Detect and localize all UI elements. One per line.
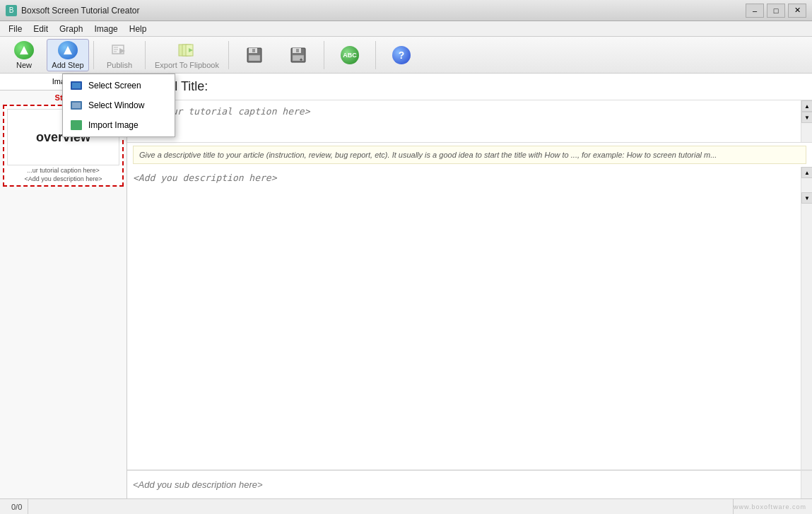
window-icon <box>70 99 83 112</box>
sub-desc-input[interactable] <box>127 471 801 498</box>
new-icon <box>14 41 34 59</box>
menu-bar: File Edit Graph Image Help <box>0 21 812 37</box>
editor-panel: Tutorial Title: ▲ ▼ Give a descriptive t… <box>127 74 812 498</box>
status-bar: 0/0 www.boxoftware.com <box>0 498 812 514</box>
svg-rect-17 <box>296 49 299 52</box>
caption-scrollbar[interactable]: ▲ ▼ <box>801 100 812 142</box>
menu-edit[interactable]: Edit <box>28 23 54 35</box>
toolbar-separator-2 <box>145 41 146 69</box>
toolbar-separator-4 <box>324 41 324 69</box>
import-image-label: Import Image <box>88 120 139 130</box>
app-title: Boxsoft Screen Tutorial Creator <box>21 6 746 16</box>
status-position: 0/0 <box>6 499 28 514</box>
step-desc: <Add you description here> <box>7 175 119 182</box>
desc-scroll-up[interactable]: ▲ <box>801 167 812 178</box>
toolbar-separator-3 <box>228 41 229 69</box>
sub-desc-scrollbar[interactable] <box>801 471 812 498</box>
menu-graph[interactable]: Graph <box>54 23 88 35</box>
scroll-down-btn[interactable]: ▼ <box>801 112 812 123</box>
spell-check-button[interactable]: ABC <box>329 39 371 71</box>
publish-label: Publish <box>107 61 132 69</box>
save-icon <box>245 45 264 65</box>
window-controls: – □ ✕ <box>746 4 806 18</box>
close-button[interactable]: ✕ <box>788 4 806 18</box>
scroll-up-btn[interactable]: ▲ <box>801 100 812 112</box>
spell-check-icon: ABC <box>341 46 359 64</box>
select-window-label: Select Window <box>88 100 144 110</box>
svg-marker-0 <box>20 46 28 54</box>
watermark: www.boxoftware.com <box>734 503 806 510</box>
new-label: New <box>16 61 32 69</box>
caption-input[interactable] <box>127 100 812 142</box>
hint-box: Give a descriptive title to your article… <box>133 146 806 164</box>
step-caption: ...ur tutorial caption here> <box>7 167 119 174</box>
svg-rect-13 <box>252 49 255 52</box>
menu-help[interactable]: Help <box>124 23 153 35</box>
select-screen-item[interactable]: Select Screen <box>63 76 175 95</box>
toolbar: New Add Step Select Screen Select Window… <box>0 37 812 74</box>
new-button[interactable]: New <box>3 39 45 71</box>
svg-marker-1 <box>64 46 72 54</box>
title-bar: B Boxsoft Screen Tutorial Creator – □ ✕ <box>0 0 812 21</box>
steps-area: Step overview ...ur tutorial caption her… <box>0 90 126 498</box>
publish-button[interactable]: Publish <box>98 39 141 71</box>
save-button[interactable] <box>233 39 276 71</box>
menu-image[interactable]: Image <box>88 23 123 35</box>
export-flipbook-label: Export To Flipbook <box>155 61 219 69</box>
save-as-button[interactable]: + <box>277 39 319 71</box>
toolbar-separator-5 <box>375 41 376 69</box>
export-flipbook-button[interactable]: Export To Flipbook <box>150 39 224 71</box>
select-screen-label: Select Screen <box>88 81 141 90</box>
save-as-icon: + <box>288 45 308 65</box>
screen-icon <box>70 79 83 92</box>
desc-scrollbar[interactable]: ▲ ▼ <box>801 167 812 469</box>
tutorial-title-row: Tutorial Title: <box>127 74 812 100</box>
left-panel: Image Step overview ...ur tutorial capti… <box>0 74 127 498</box>
help-icon: ? <box>392 46 411 64</box>
desc-area: ▲ ▼ <box>127 167 812 470</box>
toolbar-separator-1 <box>93 41 94 69</box>
caption-area: ▲ ▼ <box>127 100 812 143</box>
desc-scroll-down[interactable]: ▼ <box>801 192 812 204</box>
select-window-item[interactable]: Select Window <box>63 95 175 115</box>
help-button[interactable]: ? <box>380 39 423 71</box>
desc-input[interactable] <box>127 167 801 469</box>
sub-desc-area <box>127 470 812 498</box>
publish-icon <box>110 41 129 59</box>
add-step-button[interactable]: Add Step <box>47 39 89 71</box>
hint-text: Give a descriptive title to your article… <box>139 151 717 159</box>
import-image-item[interactable]: Import Image <box>63 115 175 135</box>
export-icon <box>177 41 196 59</box>
add-step-label: Add Step <box>52 61 83 69</box>
main-area: Image Step overview ...ur tutorial capti… <box>0 74 812 498</box>
import-image-icon <box>70 119 83 132</box>
add-step-icon <box>58 41 78 59</box>
minimize-button[interactable]: – <box>746 4 764 18</box>
menu-file[interactable]: File <box>3 23 28 35</box>
status-seg2 <box>28 499 734 514</box>
add-step-dropdown: Select Screen Select Window Import Image <box>62 74 175 137</box>
svg-text:+: + <box>300 57 302 62</box>
app-icon: B <box>6 5 17 16</box>
maximize-button[interactable]: □ <box>767 4 785 18</box>
svg-marker-3 <box>119 48 125 54</box>
svg-rect-14 <box>249 55 260 61</box>
